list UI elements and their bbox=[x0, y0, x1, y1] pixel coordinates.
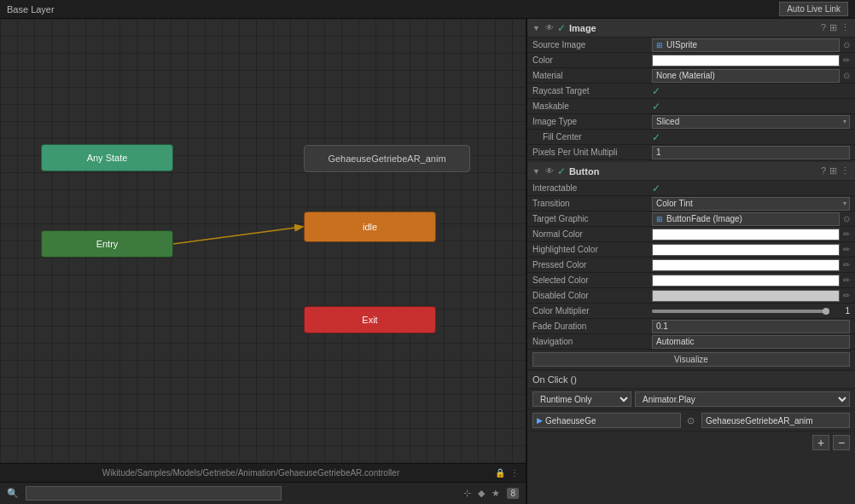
state-exit[interactable]: Exit bbox=[304, 306, 436, 333]
target-graphic-ref[interactable]: ⊞ ButtonFade (Image) bbox=[652, 212, 840, 226]
image-type-select[interactable]: Sliced Simple Tiled Filled bbox=[652, 115, 850, 129]
onclick-method-select[interactable]: Animator.Play bbox=[635, 391, 850, 407]
image-preset-icon[interactable]: ⊞ bbox=[829, 22, 837, 33]
normal-color-value: ✏ bbox=[652, 229, 850, 240]
image-color-swatch[interactable] bbox=[652, 55, 840, 67]
maskable-checkbox[interactable]: ✓ bbox=[652, 101, 660, 113]
remove-onclick-button[interactable]: − bbox=[833, 435, 850, 450]
pressed-color-row: Pressed Color ✏ bbox=[527, 258, 855, 273]
source-image-label: Source Image bbox=[532, 40, 652, 49]
slider-thumb[interactable] bbox=[823, 308, 829, 315]
button-visibility-icon[interactable]: 👁 bbox=[545, 166, 554, 176]
pressed-color-swatch[interactable] bbox=[652, 259, 840, 271]
paint-icon[interactable]: ◆ bbox=[478, 488, 485, 499]
selected-color-value: ✏ bbox=[652, 275, 850, 287]
image-more-icon[interactable]: ⋮ bbox=[840, 22, 850, 33]
animator-panel[interactable]: Any State Entry idle Exit GehaeuseGetrie… bbox=[0, 19, 526, 504]
raycast-target-label: Raycast Target bbox=[532, 86, 652, 96]
disabled-color-swatch[interactable] bbox=[652, 290, 840, 302]
onclick-target-ref[interactable]: ▶ GehaeuseGe bbox=[532, 413, 681, 428]
highlighted-color-row: Highlighted Color ✏ bbox=[527, 242, 855, 258]
color-multiplier-row: Color Multiplier 1 bbox=[527, 304, 855, 319]
onclick-runtime-select[interactable]: Runtime Only Off Editor and Runtime Edit… bbox=[532, 391, 631, 407]
main-layout: Any State Entry idle Exit GehaeuseGetrie… bbox=[0, 19, 855, 504]
normal-color-swatch[interactable] bbox=[652, 229, 840, 240]
move-icon[interactable]: ⊹ bbox=[463, 488, 471, 499]
image-expand-arrow[interactable]: ▼ bbox=[532, 24, 540, 32]
state-idle[interactable]: idle bbox=[304, 211, 436, 242]
highlighted-color-swatch[interactable] bbox=[652, 244, 840, 256]
transition-select[interactable]: Color Tint None Sprite Swap Animation bbox=[652, 197, 850, 211]
add-remove-row: + − bbox=[527, 432, 855, 454]
button-enabled-checkbox[interactable]: ✓ bbox=[557, 165, 566, 177]
target-graphic-obj-icon: ⊞ bbox=[656, 215, 663, 223]
image-enabled-checkbox[interactable]: ✓ bbox=[557, 22, 566, 34]
material-ref[interactable]: None (Material) bbox=[652, 69, 840, 83]
interactable-checkbox[interactable]: ✓ bbox=[652, 182, 660, 194]
normal-color-row: Normal Color ✏ bbox=[527, 227, 855, 242]
button-help-icon[interactable]: ? bbox=[821, 165, 826, 177]
inspector-panel: ▼ 👁 ✓ Image ? ⊞ ⋮ Source Image ⊞ UISprit… bbox=[526, 19, 855, 504]
button-more-icon[interactable]: ⋮ bbox=[840, 165, 850, 177]
add-onclick-button[interactable]: + bbox=[812, 435, 829, 450]
fill-center-checkbox[interactable]: ✓ bbox=[652, 131, 660, 143]
image-help-icon[interactable]: ? bbox=[821, 22, 826, 33]
highlighted-color-edit-icon[interactable]: ✏ bbox=[843, 245, 850, 254]
selected-color-label: Selected Color bbox=[532, 275, 652, 285]
visualize-button[interactable]: Visualize bbox=[532, 352, 850, 367]
animator-canvas[interactable]: Any State Entry idle Exit GehaeuseGetrie… bbox=[0, 19, 526, 504]
navigation-label: Navigation bbox=[532, 337, 652, 346]
target-graphic-value: ⊞ ButtonFade (Image) ⊙ bbox=[652, 212, 850, 226]
top-bar: Base Layer Auto Live Link bbox=[0, 0, 855, 19]
transition-select-wrapper: Color Tint None Sprite Swap Animation ▾ bbox=[652, 197, 850, 211]
button-expand-arrow[interactable]: ▼ bbox=[532, 167, 540, 176]
onclick-target-icon: ▶ bbox=[537, 416, 543, 425]
button-preset-icon[interactable]: ⊞ bbox=[829, 165, 837, 177]
material-label: Material bbox=[532, 71, 652, 80]
fade-duration-value bbox=[652, 320, 850, 333]
source-image-edit-icon[interactable]: ⊙ bbox=[843, 40, 850, 49]
selected-color-swatch[interactable] bbox=[652, 275, 840, 287]
more-icon[interactable]: ⋮ bbox=[510, 468, 519, 478]
navigation-select[interactable]: Automatic None Horizontal Vertical Expli… bbox=[652, 335, 850, 349]
onclick-target-row: ▶ GehaeuseGe ⊙ bbox=[527, 410, 855, 432]
slider-fill bbox=[652, 310, 829, 313]
image-color-row: Color ✏ bbox=[527, 53, 855, 68]
target-graphic-edit-icon[interactable]: ⊙ bbox=[843, 214, 850, 223]
image-color-edit-icon[interactable]: ✏ bbox=[843, 55, 850, 65]
interactable-value: ✓ bbox=[652, 182, 850, 194]
pixels-per-unit-input[interactable] bbox=[652, 146, 850, 159]
normal-color-label: Normal Color bbox=[532, 229, 652, 239]
search-input[interactable] bbox=[26, 486, 282, 501]
source-image-ref[interactable]: ⊞ UISprite bbox=[652, 38, 840, 52]
image-section-title: Image bbox=[569, 23, 817, 33]
color-multiplier-slider: 1 bbox=[652, 306, 850, 316]
state-any-state[interactable]: Any State bbox=[41, 144, 173, 171]
onclick-runtime-row: Runtime Only Off Editor and Runtime Edit… bbox=[527, 389, 855, 410]
raycast-target-checkbox[interactable]: ✓ bbox=[652, 85, 660, 97]
file-path: Wikitude/Samples/Models/Getriebe/Animati… bbox=[7, 468, 495, 478]
slider-track[interactable] bbox=[652, 310, 829, 313]
image-visibility-icon[interactable]: 👁 bbox=[545, 23, 554, 32]
maskable-value: ✓ bbox=[652, 101, 850, 113]
navigation-value: Automatic None Horizontal Vertical Expli… bbox=[652, 335, 850, 349]
button-section-title: Button bbox=[569, 166, 817, 177]
normal-color-edit-icon[interactable]: ✏ bbox=[843, 229, 850, 239]
fade-duration-input[interactable] bbox=[652, 320, 850, 333]
state-entry[interactable]: Entry bbox=[41, 230, 173, 258]
material-edit-icon[interactable]: ⊙ bbox=[843, 71, 850, 80]
state-gehaese[interactable]: GehaeuseGetriebeAR_anim bbox=[304, 145, 470, 172]
onclick-value-input[interactable] bbox=[701, 413, 850, 428]
disabled-color-row: Disabled Color ✏ bbox=[527, 288, 855, 304]
fade-duration-label: Fade Duration bbox=[532, 322, 652, 331]
star-icon[interactable]: ★ bbox=[491, 488, 500, 499]
selected-color-row: Selected Color ✏ bbox=[527, 273, 855, 288]
pressed-color-edit-icon[interactable]: ✏ bbox=[843, 260, 850, 269]
selected-color-edit-icon[interactable]: ✏ bbox=[843, 275, 850, 285]
onclick-target-circle[interactable]: ⊙ bbox=[687, 415, 695, 426]
source-image-value: ⊞ UISprite ⊙ bbox=[652, 38, 850, 52]
auto-live-link-button[interactable]: Auto Live Link bbox=[779, 2, 848, 16]
status-icons: ⊹ ◆ ★ 8 bbox=[463, 488, 519, 499]
fill-center-value: ✓ bbox=[652, 131, 850, 143]
disabled-color-edit-icon[interactable]: ✏ bbox=[843, 291, 850, 300]
